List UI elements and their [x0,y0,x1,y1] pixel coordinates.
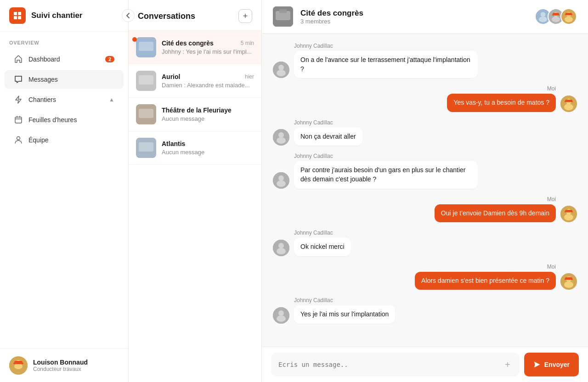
member-avatars [535,8,577,25]
svg-rect-53 [565,211,573,213]
message-bubble: Non ça devrait aller [294,128,362,146]
conv-name: Cité des congrès [162,39,214,47]
message-input-wrapper: + [271,353,520,376]
sidebar-header: Suivi chantier [0,0,128,32]
send-label: Envoyer [544,361,570,368]
chat-group-members: 3 membres [300,18,535,25]
conversation-item[interactable]: Auriol hier Damien : Alexandre est malad… [129,64,261,98]
message-avatar [273,172,289,189]
svg-rect-61 [565,279,573,280]
message-avatar [273,129,289,146]
message-content: Moi Oui je t'envoie Damien dès 9h demain [435,196,556,223]
user-role: Conducteur travaux [33,366,88,372]
message-sender: Johnny Cadillac [294,230,351,236]
unread-dot [132,37,137,42]
svg-point-55 [278,243,284,248]
svg-point-8 [14,364,23,369]
svg-rect-29 [552,15,560,16]
svg-point-5 [17,137,20,140]
conv-info: Atlantis Aucun message [162,140,254,156]
message-avatar [560,273,577,290]
messages-area: Johnny Cadillac On a de l'avance sur le … [262,34,588,347]
svg-rect-0 [14,12,17,15]
svg-point-47 [278,175,284,181]
sidebar-item-dashboard[interactable]: Dashboard 2 [5,50,124,68]
conv-info: Cité des congrès 5 min Johhny : Yes je l… [162,39,254,55]
conversations-title: Conversations [138,11,195,21]
user-profile[interactable]: Louison Bonnaud Conducteur travaux [0,348,128,382]
sidebar-item-dashboard-label: Dashboard [28,56,105,63]
calendar-icon [14,115,23,124]
chat-area: Cité des congrès 3 membres [262,0,588,382]
conv-thumbnail [136,104,156,124]
svg-point-64 [277,315,286,322]
attachment-button[interactable]: + [503,360,512,370]
message-avatar [560,206,577,222]
svg-rect-10 [13,363,23,364]
svg-point-36 [278,65,284,70]
svg-rect-3 [18,16,21,19]
member-avatar-3 [560,8,577,25]
message-content: Johnny Cadillac Par contre j'aurais beso… [294,153,478,188]
user-name: Louison Bonnaud [33,359,88,366]
conv-thumbnail [136,71,156,91]
chat-header-info: Cité des congrès 3 membres [300,9,535,25]
conv-name: Théâtre de la Fleuriaye [162,107,232,114]
chat-group-name: Cité des congrès [300,9,535,18]
message-avatar [560,96,577,112]
svg-point-23 [541,12,546,17]
message-sender: Johnny Cadillac [294,119,362,126]
sidebar-item-chantiers-label: Chantiers [28,96,109,103]
sidebar-item-equipe-label: Équipe [28,136,114,144]
conversation-item[interactable]: Atlantis Aucun message [129,131,261,165]
message-bubble: Ok nickel merci [294,238,351,256]
message-row: Moi Yes vas-y, tu a besoin de matos ? [273,85,577,112]
send-button[interactable]: Envoyer [524,353,579,376]
svg-point-45 [277,137,286,144]
sidebar-item-messages[interactable]: Messages [5,70,124,89]
svg-rect-4 [15,117,22,123]
message-sender: Johnny Cadillac [294,297,395,303]
home-icon [14,55,23,64]
message-content: Johnny Cadillac Yes je l'ai mis sur l'im… [294,297,395,324]
person-icon [14,135,23,145]
message-input[interactable] [278,361,503,368]
message-sender: Moi [435,196,556,202]
chat-header: Cité des congrès 3 membres [262,0,588,34]
svg-point-32 [565,17,573,22]
conv-info: Auriol hier Damien : Alexandre est malad… [162,73,254,89]
conversation-item[interactable]: Cité des congrès 5 min Johhny : Yes je l… [129,31,261,64]
conversation-list: Cité des congrès 5 min Johhny : Yes je l… [129,31,261,382]
conversations-panel: Conversations + Cité des congrès 5 min J… [129,0,262,382]
message-row: Johnny Cadillac Yes je l'ai mis sur l'im… [273,297,577,324]
sidebar-item-messages-label: Messages [28,76,114,83]
sidebar-item-equipe[interactable]: Équipe [5,131,124,149]
svg-point-40 [564,104,573,110]
lightning-icon [14,95,23,104]
app-logo [9,7,26,24]
message-bubble: Par contre j'aurais besoin d'un gars en … [294,161,478,188]
conv-time: 5 min [241,40,254,46]
dashboard-badge: 2 [105,56,114,62]
svg-point-37 [277,70,286,76]
chat-input-area: + Envoyer [262,347,588,382]
conv-preview: Aucun message [162,149,254,156]
conversation-item[interactable]: Théâtre de la Fleuriaye Aucun message [129,98,261,131]
svg-rect-16 [139,109,153,118]
svg-rect-1 [18,12,21,15]
message-bubble: Oui je t'envoie Damien dès 9h demain [435,204,556,223]
conv-preview: Johhny : Yes je l'ai mis sur l'impl... [162,48,254,55]
message-row: Johnny Cadillac Ok nickel merci [273,230,577,256]
conv-name: Atlantis [162,140,185,147]
add-conversation-button[interactable]: + [238,9,252,23]
user-info: Louison Bonnaud Conducteur travaux [33,359,88,372]
message-bubble: On a de l'avance sur le terrassement j'a… [294,51,478,78]
sidebar-item-feuilles[interactable]: Feuilles d'heures [5,111,124,129]
collapse-button[interactable] [122,9,135,22]
svg-point-63 [278,310,284,316]
message-content: Moi Yes vas-y, tu a besoin de matos ? [447,85,556,112]
message-row: Johnny Cadillac On a de l'avance sur le … [273,43,577,78]
conv-preview: Damien : Alexandre est malade... [162,82,254,89]
svg-point-48 [277,180,286,187]
sidebar-item-chantiers[interactable]: Chantiers ▲ [5,90,124,109]
